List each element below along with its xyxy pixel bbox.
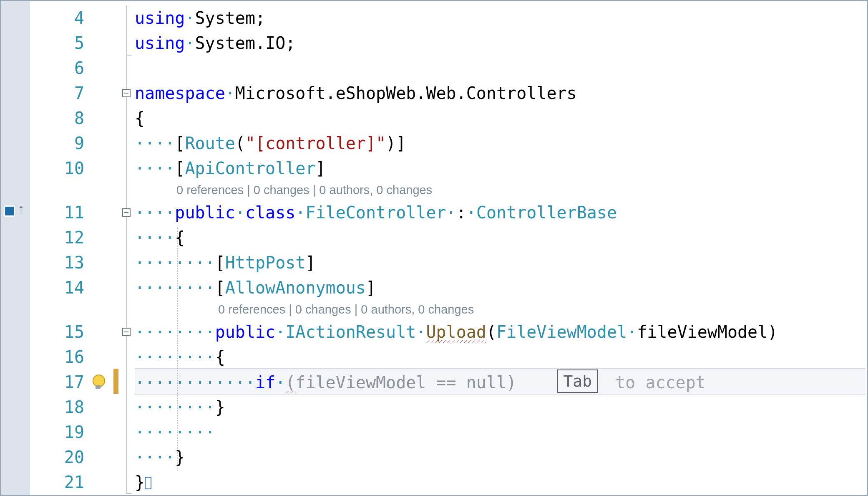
- line-number: 21: [30, 470, 88, 495]
- line-number: 7: [30, 81, 88, 106]
- code-token: FileViewModel: [496, 322, 627, 342]
- code-line[interactable]: ····{: [135, 225, 863, 250]
- code-token: (: [285, 373, 295, 393]
- line-number: 19: [30, 420, 88, 445]
- code-token: ····: [135, 228, 175, 247]
- code-token: "[controller]": [245, 134, 386, 153]
- code-line[interactable]: ········public·IActionResult·Upload(File…: [135, 319, 863, 344]
- code-line[interactable]: ····[Route("[controller]")]: [135, 131, 863, 156]
- code-token: {: [215, 347, 225, 367]
- code-token: System;: [195, 8, 266, 28]
- code-token: if: [255, 373, 275, 392]
- code-token: using: [135, 33, 185, 53]
- tracking-indicator-icon[interactable]: [4, 205, 15, 217]
- code-token: ········: [135, 322, 215, 342]
- code-line[interactable]: ····[ApiController]: [135, 156, 863, 181]
- code-token: ·: [295, 203, 305, 222]
- fold-toggle-icon[interactable]: [122, 328, 131, 336]
- code-line[interactable]: using·System;: [135, 5, 863, 30]
- code-token: public: [215, 322, 276, 342]
- code-token: ControllerBase: [476, 203, 617, 222]
- code-line[interactable]: ········: [135, 420, 863, 445]
- fold-toggle-icon[interactable]: [122, 208, 131, 217]
- code-line[interactable]: ········}: [135, 395, 863, 420]
- code-token: [: [215, 278, 225, 297]
- line-number: 4: [30, 5, 88, 30]
- line-number: 10: [30, 156, 88, 181]
- code-token: ·: [185, 33, 195, 53]
- code-token: AllowAnonymous: [225, 278, 366, 297]
- code-token: ········: [135, 347, 215, 367]
- code-token: ·: [446, 203, 456, 222]
- code-token: ············: [135, 373, 255, 392]
- code-token: ········: [135, 397, 215, 417]
- code-token: )]: [386, 134, 406, 153]
- fold-toggle-icon[interactable]: [122, 89, 131, 97]
- outline-end: [126, 493, 131, 494]
- code-line[interactable]: ····}: [135, 445, 863, 470]
- accept-suggestion-key[interactable]: Tab: [557, 369, 598, 393]
- change-marker: [113, 369, 118, 394]
- code-token: HttpPost: [225, 253, 306, 272]
- code-token: namespace: [135, 84, 225, 103]
- code-line[interactable]: using·System.IO;: [135, 30, 863, 56]
- code-token: }: [175, 448, 185, 467]
- line-number: 6: [30, 56, 88, 81]
- line-number: 18: [30, 395, 88, 420]
- line-number: 15: [30, 319, 88, 344]
- code-token: fileViewModel == null): [295, 373, 516, 392]
- codelens-info[interactable]: 0 references | 0 changes | 0 authors, 0 …: [218, 300, 474, 319]
- code-line[interactable]: }: [135, 470, 863, 495]
- code-token: ·: [466, 203, 476, 222]
- line-number: 16: [30, 344, 88, 369]
- lightbulb-icon[interactable]: [91, 375, 105, 389]
- code-token: Microsoft.eShopWeb.Web.Controllers: [235, 84, 577, 103]
- code-token: fileViewModel: [637, 322, 767, 342]
- code-token: ········: [135, 253, 215, 272]
- code-line[interactable]: namespace·Microsoft.eShopWeb.Web.Control…: [135, 81, 863, 106]
- code-token: System.IO;: [195, 33, 296, 53]
- code-token: Upload: [426, 322, 486, 344]
- code-token: }: [135, 473, 145, 492]
- code-token: ]: [366, 278, 376, 297]
- code-token: ·: [225, 84, 235, 103]
- code-token: ): [767, 322, 777, 342]
- code-token: ·: [235, 203, 245, 222]
- line-number: 8: [30, 106, 88, 131]
- code-token: (: [486, 322, 496, 342]
- code-token: [: [175, 134, 185, 153]
- line-number: 14: [30, 275, 88, 300]
- code-line[interactable]: {: [135, 106, 863, 131]
- code-token: IActionResult: [285, 322, 416, 342]
- code-token: ····: [135, 134, 175, 153]
- code-line[interactable]: ········[AllowAnonymous]: [135, 275, 863, 300]
- line-number: 9: [30, 131, 88, 156]
- code-line[interactable]: ············if·(fileViewModel == null) T…: [135, 369, 863, 395]
- caret-icon: [145, 477, 151, 489]
- code-line[interactable]: ········[HttpPost]: [135, 250, 863, 275]
- code-editor-viewport[interactable]: ↑ 4using·System;5using·System.IO;67names…: [0, 0, 868, 496]
- code-token: (: [235, 134, 245, 153]
- code-token: [: [175, 159, 185, 178]
- code-token: ApiController: [185, 159, 315, 178]
- accept-suggestion-label: to accept: [605, 373, 706, 392]
- code-token: class: [245, 203, 295, 222]
- code-line[interactable]: ········{: [135, 344, 863, 369]
- line-number: 11: [30, 200, 88, 225]
- code-token: ·: [627, 322, 637, 342]
- code-token: ·: [275, 322, 285, 342]
- code-token: ····: [135, 159, 175, 178]
- code-token: ·: [185, 8, 195, 28]
- outline-rule: [126, 5, 127, 494]
- codelens-info[interactable]: 0 references | 0 changes | 0 authors, 0 …: [176, 181, 432, 199]
- line-number: 12: [30, 225, 88, 250]
- indicator-margin: [1, 1, 30, 495]
- line-number: 20: [30, 445, 88, 470]
- code-token: ]: [305, 253, 315, 272]
- code-line[interactable]: ····public·class·FileController·:·Contro…: [135, 200, 863, 225]
- outline-end: [126, 55, 131, 56]
- line-number: 17: [30, 369, 88, 395]
- up-arrow-icon: ↑: [18, 202, 24, 216]
- code-token: :: [456, 203, 466, 222]
- code-token: using: [135, 8, 185, 28]
